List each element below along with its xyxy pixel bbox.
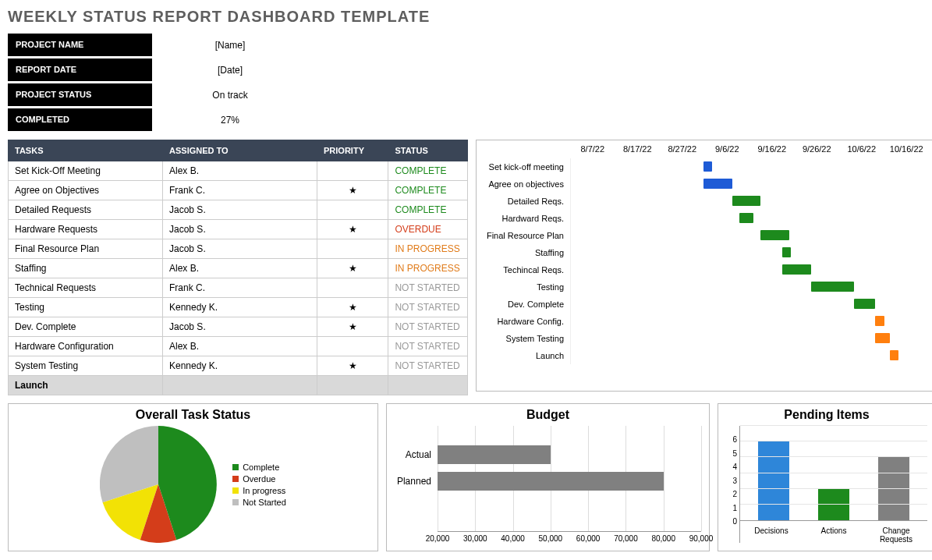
gantt-panel: 8/7/228/17/228/27/229/6/229/16/229/26/22… bbox=[476, 140, 932, 392]
cell-assigned: Frank C. bbox=[163, 278, 317, 298]
gantt-date-axis: 8/7/228/17/228/27/229/6/229/16/229/26/22… bbox=[570, 144, 929, 154]
gantt-row: Agree on objectives bbox=[477, 175, 929, 193]
gantt-bar bbox=[875, 333, 889, 343]
cell-task: Dev. Complete bbox=[9, 317, 163, 337]
gantt-task-label: Techincal Reqs. bbox=[477, 265, 570, 275]
pending-xlabel: Actions bbox=[803, 526, 864, 544]
gantt-task-label: Detailed Reqs. bbox=[477, 197, 570, 206]
cell-status: NOT STARTED bbox=[388, 356, 468, 376]
pending-ytick: 1 bbox=[726, 498, 739, 512]
cell-task: Detailed Requests bbox=[9, 200, 163, 220]
cell-task: Hardware Requests bbox=[9, 220, 163, 239]
info-label-completed: COMPLETED bbox=[8, 108, 152, 132]
cell-priority: ★ bbox=[317, 298, 388, 317]
pending-bar-item bbox=[744, 426, 803, 520]
tasks-panel: TASKS ASSIGNED TO PRIORITY STATUS Set Ki… bbox=[8, 140, 468, 395]
cell-priority: ★ bbox=[317, 317, 388, 337]
pie-legend-item: Complete bbox=[232, 463, 286, 472]
cell-priority: ★ bbox=[317, 356, 388, 376]
gantt-body: Set kick-off meeting Agree on objectives… bbox=[477, 158, 929, 364]
gantt-task-label: System Testing bbox=[477, 334, 570, 343]
info-label-project-name: PROJECT NAME bbox=[8, 34, 152, 57]
cell-assigned: Alex B. bbox=[163, 259, 317, 278]
budget-tick: 40,000 bbox=[501, 534, 525, 543]
pie-panel: Overall Task Status CompleteOverdueIn pr… bbox=[8, 403, 378, 551]
gantt-task-label: Final Resource Plan bbox=[477, 231, 570, 240]
th-priority: PRIORITY bbox=[317, 140, 388, 161]
pending-x-labels: DecisionsActionsChange Requests bbox=[740, 526, 927, 544]
gantt-task-label: Hardward Reqs. bbox=[477, 214, 570, 223]
cell-priority bbox=[317, 161, 388, 181]
gantt-row: Detailed Reqs. bbox=[477, 193, 929, 210]
gantt-date-label: 8/17/22 bbox=[615, 144, 661, 154]
cell-task: Staffing bbox=[9, 259, 163, 278]
pending-panel: Pending Items 0123456 DecisionsActionsCh… bbox=[718, 403, 932, 551]
budget-tick: 20,000 bbox=[426, 534, 450, 543]
gantt-date-label: 8/7/22 bbox=[570, 144, 615, 154]
tasks-table: TASKS ASSIGNED TO PRIORITY STATUS Set Ki… bbox=[8, 140, 468, 395]
gantt-row: Set kick-off meeting bbox=[477, 158, 929, 175]
gantt-bar bbox=[732, 196, 761, 206]
th-tasks: TASKS bbox=[9, 140, 163, 161]
gantt-bar bbox=[782, 264, 811, 275]
cell-status: IN PROGRESS bbox=[388, 259, 468, 278]
cell-priority: ★ bbox=[317, 181, 388, 200]
budget-tick: 60,000 bbox=[576, 534, 601, 543]
legend-swatch bbox=[232, 476, 239, 482]
table-row: Detailed Requests Jacob S. COMPLETE bbox=[9, 200, 468, 220]
gantt-bar bbox=[890, 350, 898, 360]
budget-title: Budget bbox=[395, 408, 701, 422]
pending-ytick: 0 bbox=[726, 512, 739, 526]
legend-label: In progress bbox=[243, 486, 285, 495]
cell-status: NOT STARTED bbox=[388, 298, 468, 317]
gantt-bar bbox=[703, 179, 732, 189]
cell-status: NOT STARTED bbox=[388, 317, 468, 337]
gantt-task-label: Launch bbox=[477, 351, 570, 360]
gantt-task-label: Set kick-off meeting bbox=[477, 162, 570, 172]
table-row: Staffing Alex B. ★ IN PROGRESS bbox=[9, 259, 468, 278]
pie-legend: CompleteOverdueIn progressNot Started bbox=[232, 460, 286, 509]
table-row: Hardware Requests Jacob S. ★ OVERDUE bbox=[9, 220, 468, 239]
cell-assigned: Kennedy K. bbox=[163, 298, 317, 317]
info-value-project-name: [Name] bbox=[152, 34, 308, 57]
cell-priority: ★ bbox=[317, 220, 388, 239]
pending-ytick: 2 bbox=[726, 485, 739, 498]
gantt-row: Testing bbox=[477, 278, 929, 296]
gantt-bar bbox=[854, 299, 876, 309]
cell-assigned: Jacob S. bbox=[163, 317, 317, 337]
legend-swatch bbox=[232, 464, 239, 470]
budget-label-planned: Planned bbox=[395, 476, 438, 487]
gantt-task-label: Testing bbox=[477, 282, 570, 292]
pie-legend-item: Overdue bbox=[232, 474, 286, 484]
cell-task: Testing bbox=[9, 298, 163, 317]
cell-assigned: Kennedy K. bbox=[163, 356, 317, 376]
pending-xlabel: Change Requests bbox=[865, 526, 927, 544]
cell-assigned: Jacob S. bbox=[163, 200, 317, 220]
table-row: Testing Kennedy K. ★ NOT STARTED bbox=[9, 298, 468, 317]
gantt-date-label: 8/27/22 bbox=[660, 144, 705, 154]
cell-status: NOT STARTED bbox=[388, 337, 468, 356]
info-label-report-date: REPORT DATE bbox=[8, 58, 152, 82]
table-row: System Testing Kennedy K. ★ NOT STARTED bbox=[9, 356, 468, 376]
pie-legend-item: Not Started bbox=[232, 498, 286, 507]
pending-xlabel: Decisions bbox=[740, 526, 802, 544]
gantt-date-label: 10/6/22 bbox=[839, 144, 884, 154]
launch-row: Launch bbox=[9, 376, 468, 395]
table-row: Agree on Objectives Frank C. ★ COMPLETE bbox=[9, 181, 468, 200]
gantt-bar bbox=[760, 230, 789, 240]
budget-tick: 70,000 bbox=[614, 534, 638, 543]
pending-bar-item bbox=[864, 426, 923, 520]
legend-swatch bbox=[232, 499, 239, 505]
th-status: STATUS bbox=[388, 140, 468, 161]
cell-status: OVERDUE bbox=[388, 220, 468, 239]
budget-tick: 80,000 bbox=[651, 534, 675, 543]
legend-swatch bbox=[232, 487, 239, 494]
gantt-date-label: 9/26/22 bbox=[795, 144, 840, 154]
pending-bars: DecisionsActionsChange Requests bbox=[740, 426, 927, 521]
gantt-row: Hardward Reqs. bbox=[477, 210, 929, 227]
project-info-block: PROJECT NAME [Name] REPORT DATE [Date] P… bbox=[8, 34, 924, 132]
cell-task: System Testing bbox=[9, 356, 163, 376]
cell-task: Agree on Objectives bbox=[9, 181, 163, 200]
cell-priority: ★ bbox=[317, 259, 388, 278]
budget-bar-actual bbox=[438, 445, 551, 464]
